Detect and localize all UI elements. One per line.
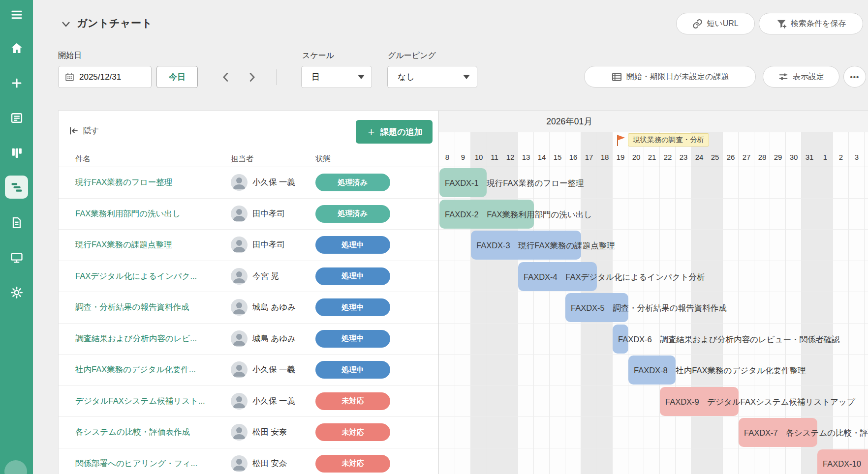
assignee-name: 城島 あゆみ: [252, 333, 296, 344]
gantt-bar-label: FAXDX-5 調査・分析結果の報告資料作成: [571, 303, 727, 314]
gantt-bar-label: FAXDX-6 調査結果および分析内容のレビュー・関係者確認: [618, 334, 840, 345]
home-icon: [10, 41, 24, 55]
day-number: 15: [550, 147, 565, 167]
status-badge: 処理中: [315, 330, 390, 348]
sidebar-item-document[interactable]: [9, 215, 25, 231]
day-number: 27: [739, 147, 754, 167]
issue-summary-link[interactable]: 関係部署へのヒアリング・フィ...: [75, 458, 197, 469]
more-actions-button[interactable]: •••: [843, 66, 866, 88]
issue-summary-link[interactable]: 現行FAX業務のフロー整理: [75, 177, 172, 188]
devices-icon: [10, 251, 24, 265]
chevron-down-icon: [463, 75, 470, 79]
grouping-value: なし: [398, 71, 415, 83]
issue-row: 調査・分析結果の報告資料作成城島 あゆみ処理中: [59, 292, 438, 324]
hide-table-button[interactable]: 隠す: [68, 125, 99, 136]
issue-summary-link[interactable]: 調査・分析結果の報告資料作成: [75, 302, 189, 313]
save-search-button[interactable]: 検索条件を保存: [759, 13, 863, 34]
sidebar-item-issues[interactable]: [9, 110, 25, 126]
day-number: 16: [565, 147, 581, 167]
issue-row: 社内FAX業務のデジタル化要件...小久保 一義処理中: [59, 355, 438, 386]
display-settings-button[interactable]: 表示設定: [763, 66, 839, 88]
issue-summary-link[interactable]: デジタルFAXシステム候補リスト...: [75, 396, 205, 407]
display-settings-label: 表示設定: [793, 72, 824, 82]
milestone-marker[interactable]: 現状業務の調査・分析: [615, 133, 709, 147]
flag-icon: [615, 134, 627, 147]
divider: [439, 167, 868, 167]
issue-row: 各システムの比較・評価表作成松田 安奈未対応: [59, 417, 438, 448]
table-header: 件名 担当者 状態: [59, 153, 438, 167]
column-header-summary: 件名: [75, 154, 91, 164]
prev-period-button[interactable]: [219, 70, 233, 84]
status-badge: 処理中: [315, 267, 390, 285]
issue-summary-link[interactable]: FAX業務利用部門の洗い出し: [75, 208, 181, 219]
gantt-chart-page: ガントチャート 短いURL 検索条件を保存 開始日 スケール グルーピング 20…: [0, 0, 868, 474]
add-issue-button[interactable]: ＋ 課題の追加: [356, 120, 433, 144]
collapse-chevron-icon[interactable]: [60, 18, 72, 32]
hide-table-label: 隠す: [83, 126, 99, 136]
issue-summary-link[interactable]: 調査結果および分析内容のレビ...: [75, 333, 197, 344]
short-url-button[interactable]: 短いURL: [676, 13, 755, 34]
today-button[interactable]: 今日: [156, 66, 198, 88]
day-number: 10: [471, 147, 487, 167]
sidebar-item-gear[interactable]: [9, 285, 25, 300]
gantt-bar-label: FAXDX-1 現行FAX業務のフロー整理: [445, 178, 584, 189]
gantt-bar-label: FAXDX-10: [823, 459, 861, 469]
status-badge: 未対応: [315, 455, 390, 473]
divider: [276, 69, 277, 85]
day-number: 20: [628, 147, 644, 167]
issue-summary-link[interactable]: 現行FAX業務の課題点整理: [75, 239, 172, 250]
sidebar: [0, 0, 33, 474]
gantt-bar-label: FAXDX-7 各システムの比較・評価表作成: [744, 428, 868, 439]
help-button[interactable]: [4, 460, 27, 474]
sidebar-item-plus[interactable]: [9, 75, 25, 91]
issue-summary-link[interactable]: 社内FAX業務のデジタル化要件...: [75, 364, 196, 375]
assignee-avatar: [231, 361, 248, 378]
link-icon: [692, 19, 703, 29]
grouping-select[interactable]: なし: [387, 66, 477, 88]
chevron-down-icon: [358, 75, 365, 79]
status-badge: 処理中: [315, 236, 390, 254]
issue-list-icon: [611, 71, 622, 83]
assignee-avatar: [231, 455, 248, 472]
next-period-button[interactable]: [245, 70, 259, 84]
scale-label: スケール: [302, 51, 334, 61]
gantt-bar-label: FAXDX-2 FAX業務利用部門の洗い出し: [445, 209, 592, 220]
day-number: 19: [613, 147, 628, 167]
status-badge: 処理中: [315, 298, 390, 316]
assignee-name: 松田 安奈: [252, 458, 287, 469]
day-number: 29: [770, 147, 786, 167]
issue-row: 調査結果および分析内容のレビ...城島 あゆみ処理中: [59, 324, 438, 355]
assignee-avatar: [231, 237, 248, 253]
start-date-input[interactable]: 2025/12/31: [58, 66, 152, 88]
scale-select[interactable]: 日: [301, 66, 372, 88]
day-number: 2: [833, 147, 849, 167]
sidebar-item-gantt[interactable]: [5, 176, 28, 199]
day-number: 14: [534, 147, 550, 167]
ellipsis-icon: •••: [850, 73, 860, 81]
day-number: 11: [487, 147, 502, 167]
menu-icon: [10, 8, 24, 22]
issue-summary-link[interactable]: FAXデジタル化によるインパク...: [75, 271, 197, 282]
day-number: 4: [865, 147, 868, 167]
issues-icon: [10, 111, 24, 125]
sidebar-item-devices[interactable]: [9, 250, 25, 266]
assignee-name: 田中孝司: [252, 239, 285, 250]
issue-table: 隠す ＋ 課題の追加 件名 担当者 状態 現行FAX業務のフロー整理小久保 一義…: [59, 111, 438, 474]
assignee-avatar: [231, 330, 248, 347]
day-number: 31: [802, 147, 817, 167]
sidebar-item-board[interactable]: [9, 145, 25, 161]
assignee-name: 小久保 一義: [252, 396, 295, 407]
status-badge: 未対応: [315, 423, 390, 441]
day-number: 13: [518, 147, 534, 167]
day-number: 26: [723, 147, 739, 167]
add-issue-label: 課題の追加: [380, 126, 422, 138]
gantt-icon: [10, 180, 24, 194]
month-label: 2026年01月: [520, 111, 619, 132]
gantt-bar-label: FAXDX-4 FAXデジタル化によるインパクト分析: [524, 272, 705, 283]
assignee-name: 松田 安奈: [252, 427, 287, 438]
sidebar-item-home[interactable]: [9, 40, 25, 56]
unset-date-issues-button[interactable]: 開始・期限日が未設定の課題: [584, 66, 756, 88]
sidebar-item-menu[interactable]: [9, 7, 25, 23]
day-number: 30: [786, 147, 802, 167]
issue-summary-link[interactable]: 各システムの比較・評価表作成: [75, 427, 190, 438]
